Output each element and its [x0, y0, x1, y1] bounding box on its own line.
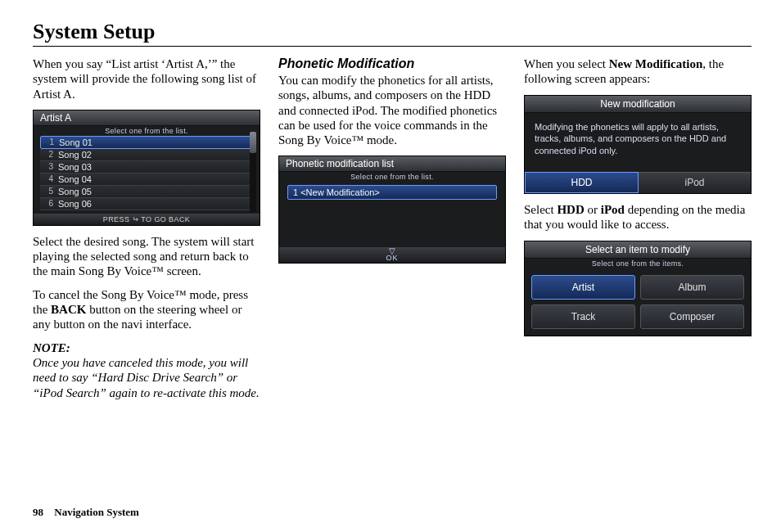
page-title: System Setup — [33, 20, 752, 47]
song-num: 2 — [42, 150, 53, 159]
column-3: When you select New Modification, the fo… — [524, 56, 752, 408]
item-composer[interactable]: Composer — [640, 304, 744, 329]
song-row-3[interactable]: 3 Song 03 — [40, 161, 253, 174]
item-track[interactable]: Track — [531, 304, 635, 329]
song-num: 6 — [42, 199, 53, 208]
tab-ipod[interactable]: iPod — [639, 172, 751, 193]
song-num: 3 — [42, 162, 53, 171]
select-item-frame: Select an item to modify Select one from… — [524, 241, 752, 336]
song-row-2[interactable]: 2 Song 02 — [40, 149, 253, 161]
song-num: 5 — [42, 187, 53, 196]
col1-p2: Select the desired song. The system will… — [33, 234, 260, 279]
footer-pre: PRESS — [103, 215, 132, 223]
page-number: 98 — [33, 506, 43, 518]
page-footer: 98 Navigation System — [33, 506, 139, 519]
phonetic-instruct: Select one from the list. — [279, 172, 505, 182]
song-row-4[interactable]: 4 Song 04 — [40, 174, 253, 186]
col2-p1: You can modify the phonetics for all art… — [278, 73, 506, 147]
phon-row-num: 1 — [293, 187, 298, 197]
p2-b1: HDD — [557, 203, 584, 216]
song-list: 1 Song 01 2 Song 02 3 Song 03 4 Song 04 … — [34, 136, 260, 214]
artist-list-instruct: Select one from the list. — [34, 126, 260, 136]
song-row-5[interactable]: 5 Song 05 — [40, 186, 253, 198]
scroll-thumb[interactable] — [250, 132, 256, 153]
scroll-track[interactable] — [250, 132, 256, 212]
p2-b2: iPod — [601, 203, 625, 216]
song-num: 1 — [43, 138, 54, 147]
selectitem-title: Select an item to modify — [525, 241, 751, 259]
artist-list-footer: PRESS ↵ TO GO BACK — [34, 214, 260, 225]
p1-pre: When you select — [524, 57, 609, 70]
content-columns: When you say “List artist ‘Artist A,’” t… — [33, 56, 752, 408]
storage-tab-row: HDD iPod — [525, 172, 751, 193]
song-label: Song 01 — [59, 138, 93, 147]
artist-list-frame: Artist A Select one from the list. 1 Son… — [33, 110, 260, 226]
phon-row-label: <New Modification> — [300, 187, 380, 197]
column-1: When you say “List artist ‘Artist A,’” t… — [33, 56, 260, 408]
col3-p1: When you select New Modification, the fo… — [524, 56, 752, 87]
song-label: Song 04 — [58, 174, 92, 184]
p1-bold: New Modification — [609, 57, 703, 70]
col1-p3: To cancel the Song By Voice™ mode, press… — [33, 287, 260, 332]
phonetic-empty-area — [279, 211, 505, 247]
song-label: Song 03 — [58, 162, 92, 172]
phonetic-frame: Phonetic modification list Select one fr… — [278, 156, 506, 264]
footer-post: TO GO BACK — [139, 215, 191, 223]
col3-p2: Select HDD or iPod depending on the medi… — [524, 202, 752, 232]
item-grid: Artist Album Track Composer — [525, 268, 751, 336]
col1-note: NOTE: Once you have canceled this mode, … — [33, 340, 260, 400]
song-label: Song 05 — [58, 187, 92, 196]
newmod-info: Modifying the phonetics will apply to al… — [525, 113, 751, 173]
song-row-6[interactable]: 6 Song 06 — [40, 198, 253, 210]
song-label: Song 02 — [58, 150, 92, 160]
col1-intro: When you say “List artist ‘Artist A,’” t… — [33, 56, 260, 101]
ok-footer[interactable]: ▽ OK — [279, 247, 505, 263]
page-section: Navigation System — [54, 506, 139, 518]
phonetic-title: Phonetic modification list — [279, 156, 505, 172]
tab-hdd[interactable]: HDD — [525, 172, 639, 193]
item-album[interactable]: Album — [640, 275, 744, 300]
phonetic-heading: Phonetic Modification — [278, 56, 506, 71]
note-body: Once you have canceled this mode, you wi… — [33, 356, 260, 399]
p2-mid: or — [585, 203, 601, 216]
artist-list-title: Artist A — [34, 110, 260, 126]
newmod-title: New modification — [525, 96, 751, 113]
selectitem-instruct: Select one from the items. — [525, 259, 751, 268]
new-modification-row[interactable]: 1 <New Modification> — [287, 185, 497, 200]
song-num: 4 — [42, 174, 53, 183]
song-label: Song 06 — [58, 199, 92, 209]
p3-bold: BACK — [51, 303, 86, 316]
song-row-1[interactable]: 1 Song 01 — [40, 136, 253, 149]
ok-label: OK — [279, 255, 505, 261]
p2-pre: Select — [524, 203, 557, 216]
back-icon: ↵ — [132, 215, 138, 223]
column-2: Phonetic Modification You can modify the… — [278, 56, 506, 408]
item-artist[interactable]: Artist — [531, 275, 635, 300]
new-modification-frame: New modification Modifying the phonetics… — [524, 95, 752, 195]
note-label: NOTE: — [33, 341, 70, 354]
